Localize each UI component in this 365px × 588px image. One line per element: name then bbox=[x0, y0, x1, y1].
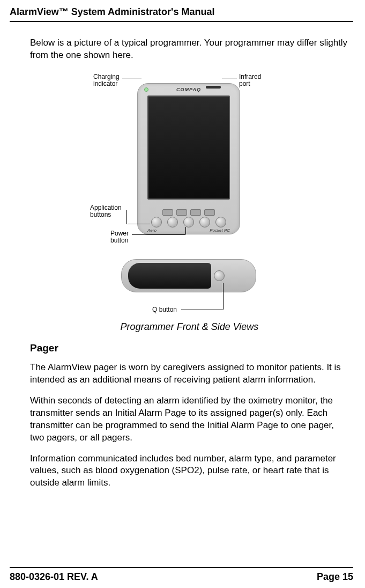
pager-paragraph-1: The AlarmView pager is worn by caregiver… bbox=[30, 362, 349, 386]
small-button-icon bbox=[204, 209, 215, 216]
header-title: AlarmView™ System Administrator's Manual bbox=[10, 6, 353, 18]
q-button-icon bbox=[214, 270, 225, 281]
round-button-row bbox=[138, 217, 240, 227]
callout-app-buttons: Application buttons bbox=[90, 204, 122, 218]
small-button-icon bbox=[190, 209, 201, 216]
callout-charging: Charging indicator bbox=[93, 74, 120, 87]
device-brand-label: COMPAQ bbox=[138, 87, 240, 92]
section-heading-pager: Pager bbox=[30, 342, 349, 354]
app-button-icon bbox=[167, 217, 178, 227]
footer-docnum: 880-0326-01 REV. A bbox=[10, 571, 98, 583]
small-button-icon bbox=[162, 209, 173, 216]
device-side-illustration bbox=[121, 259, 256, 292]
app-button-icon bbox=[151, 217, 162, 227]
app-button-icon bbox=[199, 217, 210, 227]
pager-paragraph-2: Within seconds of detecting an alarm ide… bbox=[30, 395, 349, 444]
small-button-row bbox=[138, 209, 240, 216]
callout-infrared: Infrared port bbox=[239, 74, 261, 87]
callout-power: Power button bbox=[110, 230, 129, 244]
small-button-icon bbox=[176, 209, 187, 216]
pager-paragraph-3: Information communicated includes bed nu… bbox=[30, 453, 349, 490]
intro-paragraph: Below is a picture of a typical programm… bbox=[30, 37, 349, 62]
brand-right-label: Pocket PC bbox=[210, 228, 230, 233]
footer-pagenum: Page 15 bbox=[317, 571, 353, 583]
page-content: Below is a picture of a typical programm… bbox=[10, 22, 353, 567]
page-footer: 880-0326-01 REV. A Page 15 bbox=[10, 567, 353, 588]
device-front-illustration: COMPAQ Aero Pocket PC bbox=[137, 83, 240, 234]
brand-left-label: Aero bbox=[147, 228, 157, 233]
programmer-figure: COMPAQ Aero Pocket PC bbox=[30, 71, 349, 318]
callout-q-button: Q button bbox=[152, 306, 177, 313]
figure-caption: Programmer Front & Side Views bbox=[30, 321, 349, 333]
app-button-icon bbox=[215, 217, 226, 227]
power-button-icon bbox=[183, 217, 194, 227]
device-screen bbox=[147, 95, 230, 200]
